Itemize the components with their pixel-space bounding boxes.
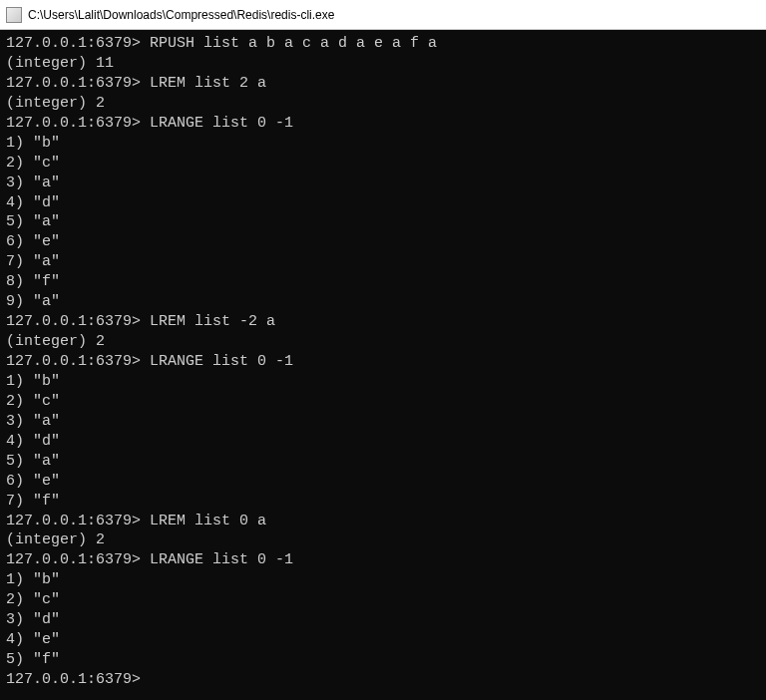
terminal-command-line: 127.0.0.1:6379> LRANGE list 0 -1 xyxy=(6,352,760,372)
terminal-command-line: 127.0.0.1:6379> LRANGE list 0 -1 xyxy=(6,114,760,134)
titlebar[interactable]: C:\Users\Lalit\Downloads\Compressed\Redi… xyxy=(0,0,766,30)
terminal-command-line: 127.0.0.1:6379> LREM list -2 a xyxy=(6,312,760,332)
terminal-output-line: 4) "e" xyxy=(6,630,760,650)
terminal-output-line: 9) "a" xyxy=(6,292,760,312)
terminal-output-line: 3) "a" xyxy=(6,412,760,432)
terminal-output-line: (integer) 2 xyxy=(6,530,760,550)
terminal-output-line: 5) "a" xyxy=(6,452,760,472)
app-icon xyxy=(6,7,22,23)
terminal-output-line: 5) "f" xyxy=(6,650,760,670)
terminal-body[interactable]: 127.0.0.1:6379> RPUSH list a b a c a d a… xyxy=(0,30,766,700)
terminal-output-line: 6) "e" xyxy=(6,472,760,492)
terminal-output-line: 1) "b" xyxy=(6,570,760,590)
terminal-command-line: 127.0.0.1:6379> LRANGE list 0 -1 xyxy=(6,550,760,570)
terminal-command-line: 127.0.0.1:6379> LREM list 0 a xyxy=(6,512,760,531)
terminal-command-line: 127.0.0.1:6379> LREM list 2 a xyxy=(6,74,760,94)
terminal-output-line: (integer) 2 xyxy=(6,332,760,352)
terminal-output-line: 5) "a" xyxy=(6,212,760,232)
titlebar-text: C:\Users\Lalit\Downloads\Compressed\Redi… xyxy=(28,8,334,22)
terminal-output-line: 4) "d" xyxy=(6,193,760,213)
terminal-output-line: 2) "c" xyxy=(6,154,760,174)
terminal-window: C:\Users\Lalit\Downloads\Compressed\Redi… xyxy=(0,0,766,700)
terminal-command-line: 127.0.0.1:6379> xyxy=(6,670,760,690)
terminal-output-line: 7) "f" xyxy=(6,492,760,512)
terminal-output-line: 8) "f" xyxy=(6,272,760,292)
terminal-output-line: 1) "b" xyxy=(6,372,760,392)
terminal-command-line: 127.0.0.1:6379> RPUSH list a b a c a d a… xyxy=(6,34,760,54)
terminal-output-line: 7) "a" xyxy=(6,252,760,272)
terminal-output-line: 3) "a" xyxy=(6,174,760,193)
terminal-output-line: 1) "b" xyxy=(6,134,760,154)
terminal-output-line: 6) "e" xyxy=(6,232,760,252)
terminal-output-line: 2) "c" xyxy=(6,392,760,412)
terminal-output-line: 2) "c" xyxy=(6,590,760,610)
terminal-output-line: (integer) 2 xyxy=(6,94,760,114)
terminal-output-line: 4) "d" xyxy=(6,432,760,452)
terminal-output-line: (integer) 11 xyxy=(6,54,760,74)
terminal-output-line: 3) "d" xyxy=(6,610,760,630)
